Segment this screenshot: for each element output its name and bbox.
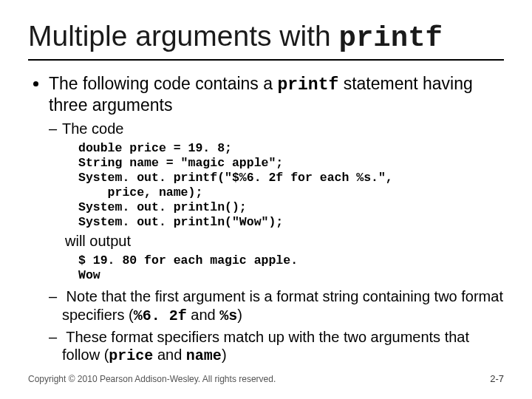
content-list: The following code contains a printf sta… <box>49 74 504 366</box>
output-block: $ 19. 80 for each magic apple. Wow <box>78 253 504 283</box>
note1-c2: %s <box>219 307 237 324</box>
output-line-2: Wow <box>78 268 100 282</box>
note2-mid: and <box>153 347 185 363</box>
bullet-main-pre: The following code contains a <box>49 74 277 93</box>
note1-post: ) <box>237 307 242 323</box>
code-line-2: String name = "magic apple"; <box>78 156 283 170</box>
title-rule <box>28 59 504 61</box>
notes-list: Note that the first argument is a format… <box>62 287 504 366</box>
code-line-4: price, name); <box>78 185 202 200</box>
note2-c1: price <box>109 347 153 364</box>
bullet-main: The following code contains a printf sta… <box>49 74 504 366</box>
title-code: printf <box>339 22 443 55</box>
code-line-1: double price = 19. 8; <box>78 141 232 155</box>
note-format-specifiers: Note that the first argument is a format… <box>62 287 504 325</box>
note1-pre: Note that the first argument is a format… <box>62 288 503 322</box>
output-line-1: $ 19. 80 for each magic apple. <box>78 253 298 267</box>
note2-post: ) <box>222 347 227 363</box>
copyright-text: Copyright © 2010 Pearson Addison-Wesley.… <box>28 374 276 384</box>
note2-c2: name <box>186 347 222 364</box>
slide: Multiple arguments with printf The follo… <box>0 0 532 399</box>
title-text: Multiple arguments with <box>28 20 339 52</box>
code-block: double price = 19. 8; String name = "mag… <box>78 141 504 231</box>
will-output-label: will output <box>65 233 504 250</box>
slide-title: Multiple arguments with printf <box>28 21 504 55</box>
page-number: 2-7 <box>490 373 504 384</box>
sublist: The code <box>62 120 504 137</box>
note1-mid: and <box>187 307 219 323</box>
note-arg-match: These format specifiers match up with th… <box>62 328 504 366</box>
note1-c1: %6. 2f <box>134 307 187 324</box>
code-line-5: System. out. println(); <box>78 200 247 214</box>
sub-code-intro: The code <box>62 120 504 137</box>
bullet-main-code: printf <box>277 75 338 95</box>
code-line-6: System. out. println("Wow"); <box>78 215 283 229</box>
code-line-3: System. out. printf("$%6. 2f for each %s… <box>78 171 393 185</box>
